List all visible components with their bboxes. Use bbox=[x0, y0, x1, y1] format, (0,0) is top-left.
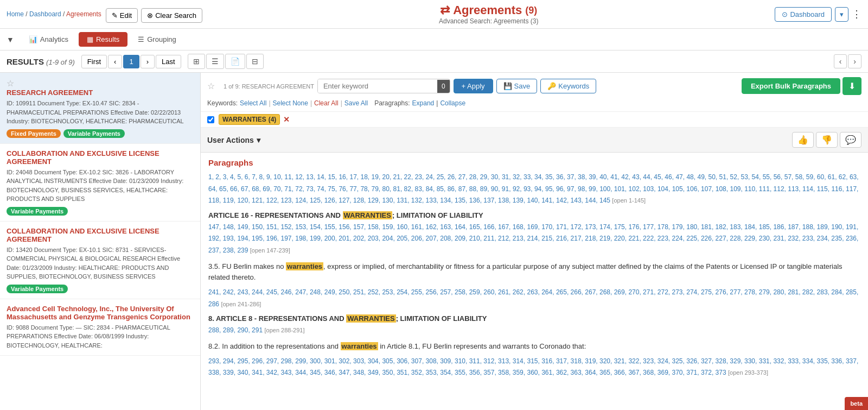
para-number-link[interactable]: 266 bbox=[571, 288, 582, 296]
para-number-link[interactable]: 251 bbox=[353, 288, 364, 296]
para-number-link[interactable]: 92 bbox=[513, 185, 520, 193]
para-number-link[interactable]: 139 bbox=[513, 197, 524, 204]
para-number-link[interactable]: 202 bbox=[353, 235, 364, 242]
para-number-link[interactable]: 24 bbox=[426, 173, 433, 181]
para-number-link[interactable]: 75 bbox=[328, 185, 335, 193]
para-number-link[interactable]: 323 bbox=[643, 357, 654, 365]
para-number-link[interactable]: 277 bbox=[730, 288, 741, 296]
para-number-link[interactable]: 365 bbox=[599, 369, 610, 376]
para-number-link[interactable]: 148 bbox=[223, 223, 234, 231]
para-number-link[interactable]: 45 bbox=[654, 173, 661, 181]
para-number-link[interactable]: 231 bbox=[773, 235, 784, 242]
para-number-link[interactable]: 31 bbox=[502, 173, 509, 181]
para-number-link[interactable]: 15 bbox=[328, 173, 335, 181]
para-number-link[interactable]: 174 bbox=[599, 223, 610, 231]
para-number-link[interactable]: 340 bbox=[237, 369, 248, 376]
para-number-link[interactable]: 335 bbox=[817, 357, 828, 365]
para-number-link[interactable]: 78 bbox=[360, 185, 367, 193]
para-number-link[interactable]: 345 bbox=[310, 369, 321, 376]
para-number-link[interactable]: 198 bbox=[295, 235, 306, 242]
dashboard-caret-button[interactable]: ▾ bbox=[835, 7, 848, 22]
para-number-link[interactable]: 200 bbox=[324, 235, 335, 242]
para-number-link[interactable]: 334 bbox=[802, 357, 813, 365]
para-number-link[interactable]: 268 bbox=[599, 288, 610, 296]
para-number-link[interactable]: 243 bbox=[237, 288, 248, 296]
para-number-link[interactable]: 149 bbox=[237, 223, 248, 231]
para-number-link[interactable]: 353 bbox=[426, 369, 437, 376]
para-number-link[interactable]: 32 bbox=[513, 173, 520, 181]
para-number-link[interactable]: 338 bbox=[208, 369, 219, 376]
para-number-link[interactable]: 373 bbox=[716, 369, 726, 376]
thumbs-up-button[interactable]: 👍 bbox=[792, 132, 814, 148]
para-number-link[interactable]: 95 bbox=[545, 185, 552, 193]
para-number-link[interactable]: 212 bbox=[498, 235, 509, 242]
para-number-link[interactable]: 346 bbox=[324, 369, 335, 376]
para-number-link[interactable]: 143 bbox=[571, 197, 582, 204]
view-doc-button[interactable]: 📄 bbox=[225, 54, 245, 69]
breadcrumb-dashboard[interactable]: Dashboard bbox=[29, 10, 61, 18]
para-number-link[interactable]: 199 bbox=[310, 235, 321, 242]
para-number-link[interactable]: 332 bbox=[773, 357, 784, 365]
para-number-link[interactable]: 40 bbox=[599, 173, 607, 181]
para-number-link[interactable]: 304 bbox=[368, 357, 379, 365]
para-number-link[interactable]: 7 bbox=[252, 173, 256, 181]
para-number-link[interactable]: 371 bbox=[686, 369, 697, 376]
para-number-link[interactable]: 124 bbox=[295, 197, 306, 204]
para-number-link[interactable]: 253 bbox=[382, 288, 393, 296]
tab-grouping[interactable]: ☰ Grouping bbox=[130, 32, 184, 47]
para-number-link[interactable]: 108 bbox=[716, 185, 726, 193]
collapse-link[interactable]: Collapse bbox=[440, 99, 465, 107]
para-number-link[interactable]: 191 bbox=[846, 223, 857, 231]
para-number-link[interactable]: 36 bbox=[556, 173, 563, 181]
para-number-link[interactable]: 208 bbox=[440, 235, 451, 242]
para-number-link[interactable]: 110 bbox=[744, 185, 755, 193]
para-number-link[interactable]: 328 bbox=[716, 357, 726, 365]
para-number-link[interactable]: 303 bbox=[353, 357, 364, 365]
para-number-link[interactable]: 178 bbox=[658, 223, 668, 231]
para-number-link[interactable]: 100 bbox=[599, 185, 610, 193]
para-number-link[interactable]: 106 bbox=[686, 185, 697, 193]
para-number-link[interactable]: 225 bbox=[686, 235, 697, 242]
kw-checkbox-warranties[interactable] bbox=[207, 116, 214, 123]
para-number-link[interactable]: 372 bbox=[701, 369, 712, 376]
para-number-link[interactable]: 96 bbox=[556, 185, 563, 193]
para-number-link[interactable]: 123 bbox=[281, 197, 292, 204]
breadcrumb-home[interactable]: Home bbox=[7, 10, 24, 18]
para-number-link[interactable]: 44 bbox=[643, 173, 650, 181]
para-number-link[interactable]: 224 bbox=[672, 235, 683, 242]
para-number-link[interactable]: 5 bbox=[237, 173, 241, 181]
arrow-next-button[interactable]: › bbox=[848, 54, 861, 68]
para-number-link[interactable]: 138 bbox=[498, 197, 509, 204]
para-number-link[interactable]: 211 bbox=[483, 235, 494, 242]
doc-item-4[interactable]: Advanced Cell Technology, Inc., The Univ… bbox=[0, 299, 200, 356]
para-number-link[interactable]: 27 bbox=[458, 173, 465, 181]
para-number-link[interactable]: 58 bbox=[795, 173, 802, 181]
para-number-link[interactable]: 71 bbox=[284, 185, 291, 193]
para-number-link[interactable]: 286 bbox=[208, 300, 219, 308]
page-prev-button[interactable]: ‹ bbox=[108, 55, 122, 68]
doc-title-2[interactable]: COLLABORATION AND EXCLUSIVE LICENSE AGRE… bbox=[7, 149, 194, 166]
para-number-link[interactable]: 83 bbox=[415, 185, 422, 193]
para-number-link[interactable]: 197 bbox=[281, 235, 292, 242]
comment-button[interactable]: 💬 bbox=[840, 132, 861, 148]
download-button[interactable]: ⬇ bbox=[843, 77, 861, 95]
para-number-link[interactable]: 241 bbox=[208, 288, 219, 296]
para-number-link[interactable]: 18 bbox=[360, 173, 367, 181]
para-number-link[interactable]: 187 bbox=[788, 223, 799, 231]
para-number-link[interactable]: 302 bbox=[339, 357, 349, 365]
para-number-link[interactable]: 349 bbox=[368, 369, 379, 376]
para-number-link[interactable]: 21 bbox=[393, 173, 400, 181]
tab-results[interactable]: ▦ Results bbox=[79, 32, 127, 47]
para-number-link[interactable]: 171 bbox=[556, 223, 567, 231]
para-number-link[interactable]: 271 bbox=[643, 288, 654, 296]
para-number-link[interactable]: 8 bbox=[259, 173, 263, 181]
para-number-link[interactable]: 204 bbox=[382, 235, 393, 242]
para-number-link[interactable]: 151 bbox=[266, 223, 277, 231]
para-number-link[interactable]: 201 bbox=[339, 235, 349, 242]
para-number-link[interactable]: 232 bbox=[788, 235, 799, 242]
para-number-link[interactable]: 13 bbox=[306, 173, 313, 181]
thumbs-down-button[interactable]: 👎 bbox=[816, 132, 838, 148]
para-number-link[interactable]: 293 bbox=[208, 357, 219, 365]
para-number-link[interactable]: 42 bbox=[621, 173, 628, 181]
para-number-link[interactable]: 350 bbox=[382, 369, 393, 376]
